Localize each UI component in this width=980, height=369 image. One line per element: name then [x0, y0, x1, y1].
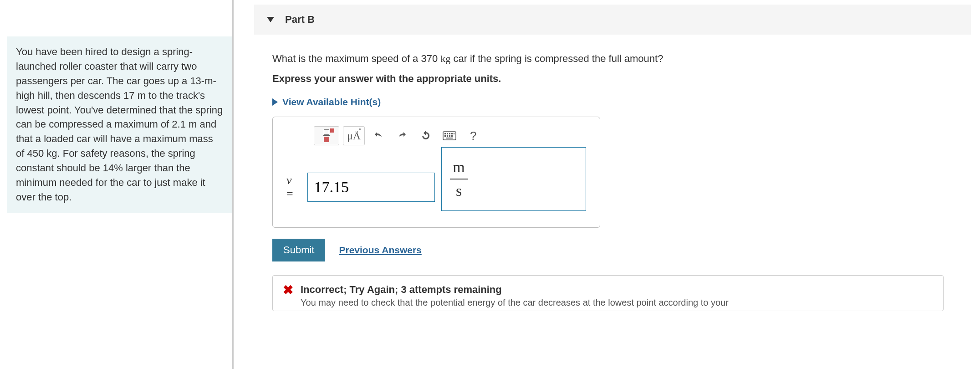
answer-units-input[interactable]: m s [441, 147, 587, 211]
redo-button[interactable] [392, 126, 412, 145]
part-title: Part B [285, 14, 315, 26]
answer-panel: μÅ ∘ ? [272, 117, 600, 228]
previous-answers-link[interactable]: Previous Answers [339, 245, 421, 256]
pane-divider [232, 0, 234, 369]
answer-row: v = m s [273, 150, 600, 227]
part-body: What is the maximum speed of a 370 kg ca… [254, 35, 980, 311]
feedback-subtext: You may need to check that the potential… [301, 297, 729, 308]
question-unit: kg [440, 53, 450, 64]
submit-button[interactable]: Submit [272, 239, 325, 261]
help-button[interactable]: ? [463, 126, 483, 145]
svg-rect-5 [454, 133, 454, 134]
incorrect-x-icon: ✖ [283, 284, 293, 297]
part-header[interactable]: Part B [254, 5, 971, 35]
feedback-title: Incorrect; Try Again; 3 attempts remaini… [301, 284, 729, 296]
help-label: ? [470, 129, 476, 143]
reset-icon [420, 130, 431, 141]
redo-icon [397, 130, 408, 141]
reset-button[interactable] [416, 126, 436, 145]
feedback-content: Incorrect; Try Again; 3 attempts remaini… [301, 284, 729, 308]
template-frac-icon [323, 129, 330, 142]
fraction-bar-icon [450, 179, 468, 179]
svg-rect-2 [447, 133, 448, 134]
unit-numerator: m [453, 159, 464, 176]
unit-denominator: s [456, 182, 462, 200]
unit-fraction: m s [450, 159, 468, 200]
feedback-box: ✖ Incorrect; Try Again; 3 attempts remai… [272, 275, 944, 311]
answer-toolbar: μÅ ∘ ? [273, 117, 600, 150]
symbols-button[interactable]: μÅ ∘ [343, 126, 365, 145]
svg-rect-10 [446, 138, 453, 138]
problem-statement: You have been hired to design a spring-l… [7, 36, 232, 213]
undo-icon [373, 130, 384, 141]
left-pane: You have been hired to design a spring-l… [0, 0, 232, 369]
answer-instruction: Express your answer with the appropriate… [272, 73, 962, 85]
svg-rect-8 [449, 135, 450, 137]
question-text: What is the maximum speed of a 370 kg ca… [272, 53, 962, 65]
undo-button[interactable] [368, 126, 388, 145]
answer-value-input[interactable] [307, 173, 435, 202]
caret-down-icon [267, 17, 274, 22]
right-pane: Part B What is the maximum speed of a 37… [240, 0, 980, 369]
view-hints-toggle[interactable]: View Available Hint(s) [272, 97, 962, 108]
keyboard-icon [443, 131, 456, 140]
template-sup-icon [330, 128, 334, 133]
svg-rect-7 [447, 135, 448, 137]
hints-label: View Available Hint(s) [282, 97, 381, 108]
question-pre: What is the maximum speed of a 370 [272, 53, 440, 64]
svg-rect-4 [451, 133, 453, 134]
answer-variable: v = [286, 174, 301, 201]
ring-accent-icon: ∘ [358, 126, 362, 132]
svg-rect-6 [444, 135, 446, 137]
svg-rect-3 [449, 133, 450, 134]
question-post: car if the spring is compressed the full… [450, 53, 663, 64]
problem-text: You have been hired to design a spring-l… [16, 46, 223, 203]
templates-button[interactable] [314, 126, 339, 145]
submit-row: Submit Previous Answers [272, 239, 962, 261]
keyboard-button[interactable] [439, 126, 459, 145]
svg-rect-9 [451, 135, 453, 137]
caret-right-icon [272, 98, 278, 106]
svg-rect-1 [444, 133, 446, 134]
